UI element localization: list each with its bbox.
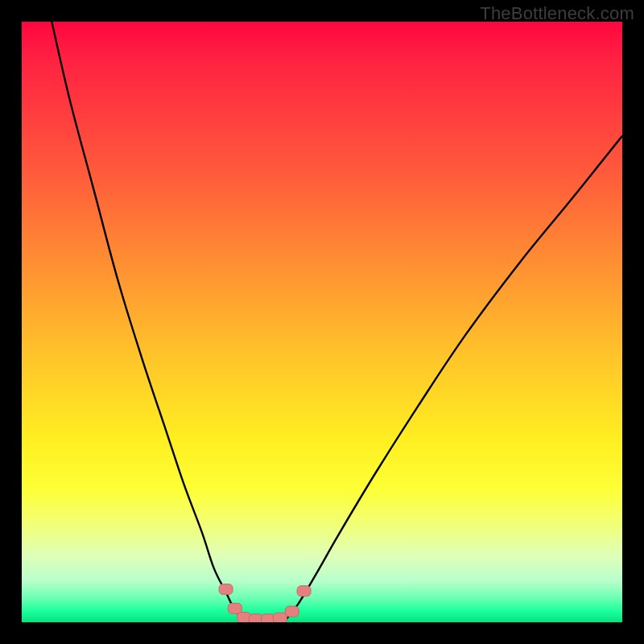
attention-marker — [249, 614, 262, 622]
left-curve-line — [52, 22, 244, 619]
attention-marker — [273, 613, 287, 622]
attention-marker — [219, 584, 233, 595]
attention-markers — [219, 584, 311, 623]
chart-plot-area — [22, 22, 622, 622]
attention-marker — [285, 606, 299, 617]
right-curve-line — [286, 136, 622, 620]
watermark-text: TheBottleneck.com — [480, 3, 634, 24]
attention-marker — [297, 586, 311, 597]
chart-frame: TheBottleneck.com — [0, 0, 644, 644]
chart-svg — [22, 22, 622, 622]
